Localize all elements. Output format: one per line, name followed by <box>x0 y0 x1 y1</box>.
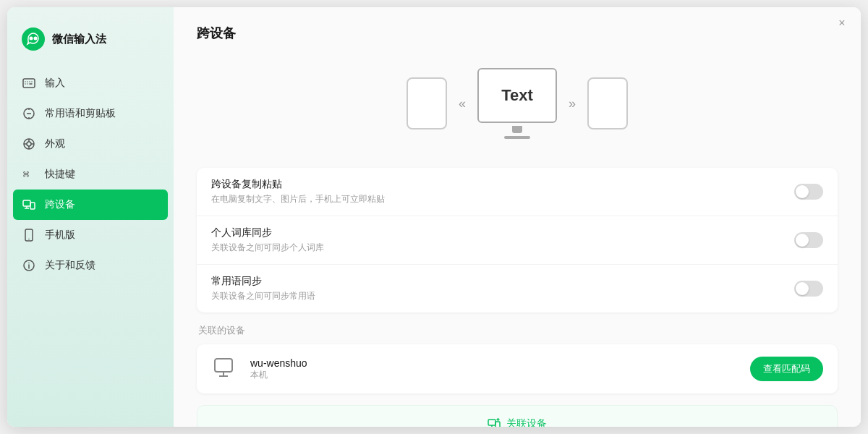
sidebar-logo: 微信输入法 <box>7 22 174 68</box>
sidebar-item-about[interactable]: 关于和反馈 <box>13 250 168 281</box>
sidebar-item-cross-device[interactable]: 跨设备 <box>13 190 168 220</box>
shortcuts-icon: ⌘ <box>22 167 36 182</box>
svg-point-0 <box>30 37 33 41</box>
sidebar-item-label-shortcuts: 快捷键 <box>45 168 75 181</box>
svg-point-26 <box>28 239 30 240</box>
svg-point-28 <box>28 263 30 264</box>
link-device-button[interactable]: 关联设备 <box>197 405 838 427</box>
appearance-icon <box>22 137 36 151</box>
device-type: 本机 <box>250 369 740 381</box>
setting-desc-dict-sync: 关联设备之间可同步个人词库 <box>211 242 324 254</box>
mobile-icon <box>22 228 36 242</box>
sidebar: 微信输入法 输入 <box>7 7 174 427</box>
svg-point-15 <box>27 142 31 146</box>
connected-devices-label: 关联的设备 <box>197 324 838 337</box>
input-icon <box>22 76 36 90</box>
sidebar-item-input[interactable]: 输入 <box>13 68 168 98</box>
svg-rect-2 <box>23 79 35 88</box>
svg-rect-36 <box>495 422 500 427</box>
link-device-label: 关联设备 <box>506 417 547 427</box>
setting-text-copy-paste: 跨设备复制粘贴 在电脑复制文字、图片后，手机上可立即粘贴 <box>211 178 385 205</box>
sidebar-item-label-input: 输入 <box>45 77 65 90</box>
svg-rect-24 <box>30 203 35 209</box>
sidebar-item-label-mobile: 手机版 <box>45 229 75 242</box>
right-arrow: » <box>569 96 576 111</box>
sidebar-item-label-appearance: 外观 <box>45 137 65 150</box>
phrases-icon <box>22 106 36 121</box>
toggle-phrases-sync[interactable] <box>794 281 823 297</box>
monitor-stand <box>512 126 522 133</box>
svg-rect-33 <box>488 420 495 425</box>
main-content: 跨设备 « Text » 跨设备复制粘贴 在电脑复制文字、图片后，手机上可立即粘… <box>174 7 861 427</box>
about-icon <box>22 258 36 273</box>
right-phone-device <box>587 77 628 129</box>
connected-device-icon <box>211 354 240 383</box>
setting-title-dict-sync: 个人词库同步 <box>211 226 324 239</box>
close-button[interactable]: × <box>835 16 849 30</box>
svg-rect-21 <box>23 200 30 206</box>
cross-device-icon <box>22 197 36 212</box>
svg-rect-30 <box>215 359 232 372</box>
sidebar-item-mobile[interactable]: 手机版 <box>13 220 168 250</box>
app-logo-icon <box>22 27 45 51</box>
svg-text:⌘: ⌘ <box>23 169 29 180</box>
toggle-copy-paste[interactable] <box>794 184 823 200</box>
app-title: 微信输入法 <box>52 33 106 46</box>
setting-text-dict-sync: 个人词库同步 关联设备之间可同步个人词库 <box>211 226 324 254</box>
qr-code-button[interactable]: 查看匹配码 <box>750 357 823 381</box>
device-name: wu-wenshuo <box>250 357 740 369</box>
setting-text-phrases-sync: 常用语同步 关联设备之间可同步常用语 <box>211 275 315 302</box>
setting-desc-copy-paste: 在电脑复制文字、图片后，手机上可立即粘贴 <box>211 193 385 205</box>
left-arrow: « <box>459 96 466 111</box>
sidebar-item-appearance[interactable]: 外观 <box>13 129 168 159</box>
toggle-dict-sync[interactable] <box>794 232 823 248</box>
link-device-icon <box>488 417 501 427</box>
svg-point-1 <box>34 37 38 41</box>
settings-card: 跨设备复制粘贴 在电脑复制文字、图片后，手机上可立即粘贴 个人词库同步 关联设备… <box>197 168 838 312</box>
sidebar-item-phrases[interactable]: 常用语和剪贴板 <box>13 98 168 129</box>
setting-row-copy-paste: 跨设备复制粘贴 在电脑复制文字、图片后，手机上可立即粘贴 <box>197 168 838 216</box>
monitor-base <box>504 136 530 139</box>
monitor-text: Text <box>501 86 533 105</box>
connected-device-info: wu-wenshuo 本机 <box>250 357 740 381</box>
setting-title-phrases-sync: 常用语同步 <box>211 275 315 288</box>
page-title: 跨设备 <box>197 25 838 42</box>
sidebar-item-label-phrases: 常用语和剪贴板 <box>45 107 116 120</box>
monitor-screen: Text <box>477 68 557 123</box>
setting-desc-phrases-sync: 关联设备之间可同步常用语 <box>211 290 315 302</box>
device-diagram: « Text » <box>197 56 838 150</box>
setting-row-dict-sync: 个人词库同步 关联设备之间可同步个人词库 <box>197 216 838 265</box>
connected-device-card: wu-wenshuo 本机 查看匹配码 <box>197 344 838 393</box>
sidebar-item-label-cross-device: 跨设备 <box>45 198 75 211</box>
center-monitor-device: Text <box>477 68 557 139</box>
left-phone-device <box>407 77 447 129</box>
sidebar-item-shortcuts[interactable]: ⌘ 快捷键 <box>13 159 168 190</box>
app-window: × 微信输入法 <box>7 7 861 427</box>
setting-row-phrases-sync: 常用语同步 关联设备之间可同步常用语 <box>197 265 838 312</box>
setting-title-copy-paste: 跨设备复制粘贴 <box>211 178 385 191</box>
sidebar-item-label-about: 关于和反馈 <box>45 259 95 272</box>
